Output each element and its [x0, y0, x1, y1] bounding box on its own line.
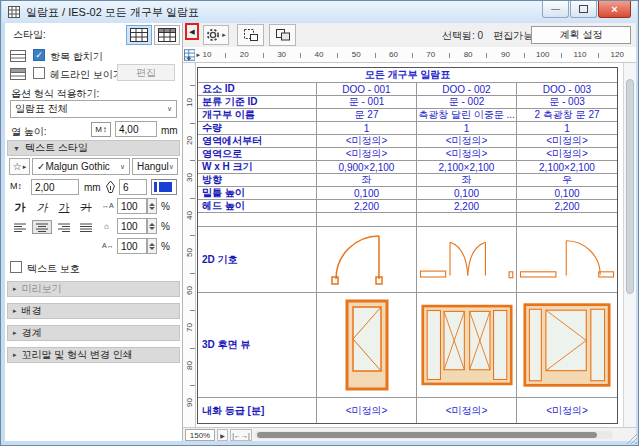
h-ruler-scale: 102030405060708090100110120 [200, 47, 636, 63]
schedule-cell[interactable]: 우 [517, 174, 617, 187]
close-button[interactable]: × [598, 1, 631, 18]
schedule-cell[interactable]: 문 - 002 [417, 96, 517, 109]
schedule-cell[interactable] [317, 227, 417, 293]
section-preview[interactable]: ▸미리보기 [7, 281, 180, 297]
letter-spacing-stepper[interactable] [147, 198, 157, 214]
fit-width-button[interactable]: |←→| [230, 429, 252, 441]
letter-spacing-input[interactable]: 100 [117, 198, 147, 214]
schedule-cell[interactable]: DOO - 001 [317, 83, 417, 96]
schedule-cell[interactable]: 좌 [317, 174, 417, 187]
italic-button[interactable]: 가 [32, 199, 52, 216]
schedule-cell[interactable]: 2,200 [517, 200, 617, 213]
v-ruler-label: 30 [185, 172, 194, 184]
schedule-cell[interactable]: <미정의> [517, 135, 617, 148]
settings-menu-button[interactable]: ▸ [203, 25, 229, 45]
schedule-cell[interactable]: 0,900×2,100 [317, 161, 417, 174]
schedule-cell[interactable]: <미정의> [317, 135, 417, 148]
char-width-input[interactable]: 100 [117, 238, 147, 254]
scheme-settings-button[interactable]: 계획 설정 [531, 26, 631, 44]
schedule-cell[interactable] [517, 293, 617, 398]
line-spacing-stepper[interactable] [147, 218, 157, 234]
schedule-cell[interactable]: 1 [517, 122, 617, 135]
schedule-corner-menu[interactable]: ▸ [183, 47, 200, 62]
schedule-cell[interactable]: DOO - 002 [417, 83, 517, 96]
line-spacing-input[interactable]: 100 [117, 218, 147, 234]
schedule-canvas[interactable]: 모든 개구부 일람표 2D 기호 [196, 63, 623, 427]
schedule-cell[interactable]: 2 측광창 문 27 [517, 109, 617, 122]
horizontal-ruler: ▸ 102030405060708090100110120 [183, 47, 636, 63]
style-option-2-button[interactable] [154, 25, 180, 45]
schedule-cell[interactable]: <미정의> [417, 135, 517, 148]
schedule-cell[interactable]: 0,100 [417, 187, 517, 200]
bold-button[interactable]: 가 [10, 199, 30, 216]
pen-number-input[interactable]: 6 [119, 179, 147, 195]
schedule-cell[interactable]: 2,200 [417, 200, 517, 213]
schedule-cell[interactable]: 2,100×2,100 [417, 161, 517, 174]
titlebar[interactable]: 일람표 / IES-02 모든 개구부 일람표 — × [2, 1, 637, 23]
script-select[interactable]: Hangul ∨ [132, 158, 178, 175]
apply-format-select[interactable]: 일람표 전체 ∨ [10, 100, 177, 118]
schedule-cell[interactable] [417, 227, 517, 293]
schedule-title[interactable]: 모든 개구부 일람표 [198, 68, 617, 83]
row-height-input[interactable]: 4,00 [115, 121, 157, 137]
section-border[interactable]: ▸경계 [7, 325, 180, 341]
align-left-button[interactable] [10, 220, 30, 234]
schedule-cell[interactable]: 1 [317, 122, 417, 135]
schedule-cell[interactable]: 2,100×2,100 [517, 161, 617, 174]
expanded-arrow-icon: ▼ [13, 145, 20, 152]
char-width-stepper[interactable] [147, 238, 157, 254]
vertical-scrollbar-thumb[interactable] [626, 79, 634, 294]
schedule-cell[interactable]: <미정의> [317, 148, 417, 161]
align-center-button[interactable] [32, 220, 52, 234]
horizontal-scrollbar-thumb[interactable] [257, 432, 597, 438]
schedule-cell[interactable]: <미정의> [517, 398, 617, 423]
stacked-selection-icon [275, 28, 291, 42]
headline-checkbox[interactable] [33, 67, 45, 79]
letter-spacing-icon: ↔A [102, 202, 114, 209]
schedule-row-label: 분류 기준 ID [198, 96, 317, 109]
section-footer-print[interactable]: ▸꼬리말 및 형식 변경 인쇄 [7, 347, 180, 363]
schedule-cell[interactable]: 0,100 [517, 187, 617, 200]
schedule-cell[interactable]: <미정의> [417, 398, 517, 423]
strikethrough-button[interactable]: 가 [76, 199, 96, 216]
vertical-scrollbar[interactable] [623, 63, 636, 427]
schedule-cell[interactable]: 측광창 달린 이중문 ... [417, 109, 517, 122]
schedule-cell[interactable]: 2,200 [317, 200, 417, 213]
schedule-cell[interactable]: 문 - 001 [317, 96, 417, 109]
section-background[interactable]: ▸배경 [7, 303, 180, 319]
schedule-cell[interactable]: <미정의> [517, 148, 617, 161]
align-right-button[interactable] [54, 220, 74, 234]
schedule-cell[interactable] [317, 293, 417, 398]
font-size-input[interactable]: 2,00 [31, 179, 79, 195]
schedule-cell[interactable]: 문 - 003 [517, 96, 617, 109]
favorite-style-button[interactable]: ☆▸ [9, 158, 30, 175]
align-justify-button[interactable] [76, 220, 96, 234]
font-select[interactable]: ✓Malgun Gothic ∨ [32, 158, 130, 175]
zoom-menu-button[interactable]: ▶ [217, 429, 228, 441]
panel-collapse-arrow[interactable]: ◀ [189, 28, 194, 36]
percent-label: % [161, 201, 170, 212]
schedule-cell[interactable] [517, 227, 617, 293]
text-protect-checkbox[interactable] [10, 261, 22, 273]
style-option-1-button[interactable] [126, 25, 152, 45]
text-style-section-header[interactable]: ▼ 텍스트 스타일 [7, 140, 180, 156]
maximize-button[interactable] [570, 1, 597, 18]
horizontal-scrollbar[interactable] [255, 431, 613, 439]
door-swing-double-icon [419, 231, 515, 289]
underline-button[interactable]: 가 [54, 199, 74, 216]
schedule-cell[interactable]: <미정의> [417, 148, 517, 161]
select-all-items-button[interactable] [269, 24, 296, 46]
zoom-level[interactable]: 150% [185, 429, 215, 441]
minimize-button[interactable]: — [542, 1, 569, 18]
schedule-cell[interactable]: 0,100 [317, 187, 417, 200]
merge-items-checkbox[interactable]: ✓ [33, 49, 45, 61]
pen-color-swatch[interactable] [151, 179, 177, 195]
schedule-cell[interactable]: 1 [417, 122, 517, 135]
edit-button[interactable]: 편집 [117, 64, 175, 81]
schedule-cell[interactable]: 문 27 [317, 109, 417, 122]
schedule-cell[interactable]: 좌 [417, 174, 517, 187]
schedule-cell[interactable] [417, 293, 517, 398]
select-same-button[interactable] [237, 24, 264, 46]
schedule-cell[interactable]: <미정의> [317, 398, 417, 423]
schedule-cell[interactable]: DOO - 003 [517, 83, 617, 96]
